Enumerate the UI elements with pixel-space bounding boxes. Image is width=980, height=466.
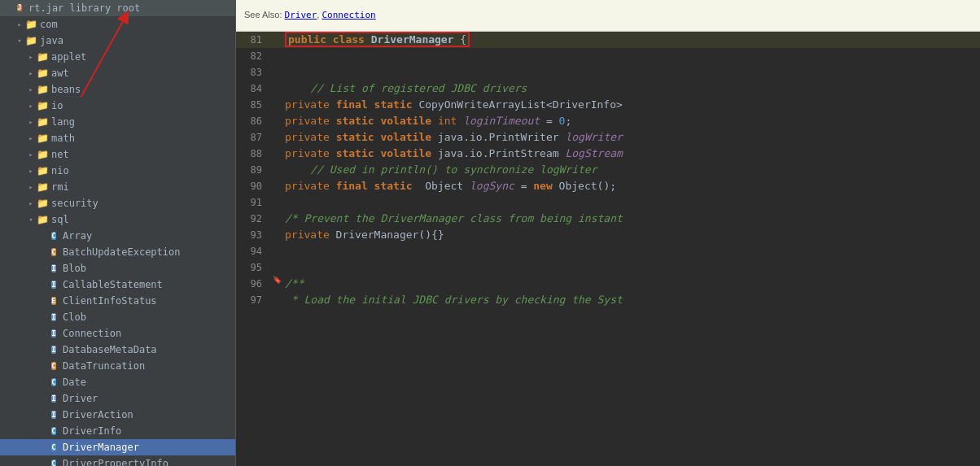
tree-item-nio[interactable]: ▸📁nio — [0, 163, 235, 179]
tree-item-label: nio — [51, 165, 69, 176]
class-blue-icon: C — [47, 425, 60, 437]
interface-icon: I — [47, 328, 60, 339]
tree-item-Connection[interactable]: IConnection — [0, 325, 235, 342]
code-panel: See Also: Driver, Connection 81public cl… — [236, 0, 980, 466]
code-line-82: 82 — [236, 48, 980, 64]
tree-item-io[interactable]: ▸📁io — [0, 98, 235, 114]
line-content: private DriverManager(){} — [285, 227, 980, 243]
tree-item-java[interactable]: ▾📁java — [0, 33, 235, 49]
class-blue-icon: C — [47, 377, 60, 388]
line-number: 96 — [236, 276, 269, 292]
tree-item-Driver[interactable]: IDriver — [0, 390, 235, 407]
folder-icon: 📁 — [36, 51, 49, 63]
tree-item-DatabaseMetaData[interactable]: IDatabaseMetaData — [0, 342, 235, 358]
code-line-96: 96🔖/** — [236, 276, 980, 292]
file-tree-panel: Jrt.jar library root▸📁com▾📁java▸📁applet▸… — [0, 0, 236, 466]
folder-open-icon: 📁 — [24, 35, 37, 46]
line-content: // List of registered JDBC drivers — [285, 81, 980, 97]
tree-item-ClientInfoStatus[interactable]: EClientInfoStatus — [0, 293, 235, 309]
tree-item-Blob[interactable]: IBlob — [0, 260, 235, 277]
line-content: private static volatile java.io.PrintWri… — [285, 129, 980, 146]
tree-item-label: applet — [51, 51, 86, 63]
tree-item-math[interactable]: ▸📁math — [0, 130, 235, 146]
tree-item-label: security — [51, 198, 98, 209]
tree-item-label: Array — [63, 230, 92, 242]
tree-item-Clob[interactable]: IClob — [0, 309, 235, 325]
folder-icon: 📁 — [36, 149, 49, 160]
tree-arrow: ▸ — [26, 85, 36, 94]
interface-icon: I — [47, 409, 60, 420]
line-number: 92 — [236, 211, 269, 227]
folder-icon: 📁 — [36, 68, 49, 79]
tree-item-label: io — [51, 100, 63, 111]
class-orange-icon: C — [47, 246, 60, 258]
tree-item-sql[interactable]: ▾📁sql — [0, 211, 235, 228]
tree-item-label: Driver — [63, 393, 98, 404]
line-number: 86 — [236, 113, 269, 129]
line-number: 83 — [236, 64, 269, 81]
tree-item-Array[interactable]: CArray — [0, 228, 235, 244]
javadoc-section: See Also: Driver, Connection — [236, 0, 980, 32]
tree-item-label: Clob — [63, 311, 86, 323]
code-line-90: 90private final static Object logSync = … — [236, 178, 980, 194]
tree-item-applet[interactable]: ▸📁applet — [0, 49, 235, 65]
tree-item-lang[interactable]: ▸📁lang — [0, 114, 235, 130]
line-number: 97 — [236, 292, 269, 308]
line-number: 84 — [236, 81, 269, 97]
tree-item-BatchUpdateException[interactable]: CBatchUpdateException — [0, 244, 235, 260]
tree-arrow: ▸ — [26, 134, 36, 142]
tree-item-rt-jar[interactable]: Jrt.jar library root — [0, 0, 235, 16]
class-blue-icon: C — [47, 230, 60, 242]
tree-arrow: ▸ — [15, 20, 24, 28]
code-editor[interactable]: 81public class DriverManager {828384 // … — [236, 32, 980, 467]
tree-item-label: DriverAction — [63, 409, 133, 420]
line-number: 88 — [236, 146, 269, 162]
tree-item-DriverInfo[interactable]: CDriverInfo — [0, 423, 235, 439]
tree-item-label: lang — [51, 116, 75, 128]
tree-item-label: ClientInfoStatus — [63, 295, 157, 307]
line-number: 87 — [236, 129, 269, 146]
folder-icon: 📁 — [24, 19, 37, 30]
tree-item-label: DriverInfo — [63, 425, 121, 437]
folder-icon: 📁 — [36, 165, 49, 176]
tree-container[interactable]: Jrt.jar library root▸📁com▾📁java▸📁applet▸… — [0, 0, 235, 466]
line-content: private static volatile java.io.PrintStr… — [285, 146, 980, 162]
tree-item-label: Connection — [63, 328, 121, 339]
tree-item-label: DataTruncation — [63, 360, 145, 372]
code-line-84: 84 // List of registered JDBC drivers — [236, 81, 980, 97]
interface-icon: I — [47, 311, 60, 323]
code-line-95: 95 — [236, 259, 980, 276]
tree-item-Date[interactable]: CDate — [0, 374, 235, 390]
code-line-86: 86private static volatile int loginTimeo… — [236, 113, 980, 129]
line-gutter: 🔖 — [269, 276, 285, 284]
tree-item-com[interactable]: ▸📁com — [0, 16, 235, 33]
tree-item-DriverPropertyInfo[interactable]: CDriverPropertyInfo — [0, 455, 235, 466]
tree-item-rmi[interactable]: ▸📁rmi — [0, 179, 235, 195]
line-content: private final static CopyOnWriteArrayLis… — [285, 97, 980, 113]
tree-arrow: ▸ — [26, 118, 36, 126]
tree-item-security[interactable]: ▸📁security — [0, 195, 235, 211]
tree-item-DataTruncation[interactable]: CDataTruncation — [0, 358, 235, 374]
tree-item-CallableStatement[interactable]: ICallableStatement — [0, 277, 235, 293]
code-line-88: 88private static volatile java.io.PrintS… — [236, 146, 980, 162]
tree-item-label: Blob — [63, 263, 86, 274]
line-number: 89 — [236, 162, 269, 178]
line-number: 85 — [236, 97, 269, 113]
tree-item-label: BatchUpdateException — [63, 246, 181, 258]
code-line-93: 93private DriverManager(){} — [236, 227, 980, 243]
tree-item-DriverAction[interactable]: IDriverAction — [0, 407, 235, 423]
tree-arrow: ▸ — [26, 167, 36, 175]
line-number: 81 — [236, 32, 269, 48]
tree-item-label: DatabaseMetaData — [63, 344, 157, 355]
code-line-85: 85private final static CopyOnWriteArrayL… — [236, 97, 980, 113]
class-orange-icon: C — [47, 360, 60, 372]
tree-item-DriverManager[interactable]: CDriverManager — [0, 439, 235, 455]
tree-item-label: awt — [51, 68, 69, 79]
tree-item-beans[interactable]: ▸📁beans — [0, 81, 235, 98]
tree-item-net[interactable]: ▸📁net — [0, 146, 235, 163]
tree-item-awt[interactable]: ▸📁awt — [0, 65, 235, 81]
folder-icon: 📁 — [36, 181, 49, 193]
tree-arrow: ▸ — [26, 150, 36, 159]
tree-arrow: ▾ — [15, 37, 24, 45]
line-number: 94 — [236, 243, 269, 259]
